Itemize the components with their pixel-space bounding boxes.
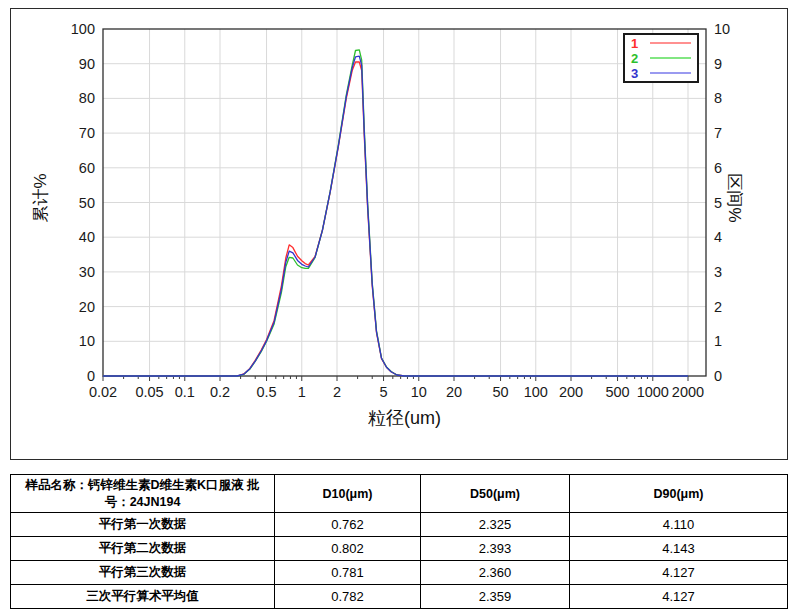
- right-y-tick-label: 10: [714, 21, 744, 37]
- right-axis-title: 区间%: [721, 161, 747, 235]
- left-axis-title: 累计%: [28, 161, 54, 235]
- x-tick-label: 2000: [664, 384, 712, 400]
- particle-size-chart: 0.020.050.10.20.512510205010020050010002…: [10, 8, 788, 460]
- left-y-tick-label: 0: [49, 368, 95, 384]
- x-tick-label: 0.02: [79, 384, 127, 400]
- x-tick-label: 200: [547, 384, 595, 400]
- left-y-tick-label: 80: [49, 90, 95, 106]
- legend-series2-label: 2: [631, 52, 641, 65]
- x-tick-label: 0.2: [196, 384, 244, 400]
- left-y-tick-label: 20: [49, 299, 95, 315]
- left-y-tick-label: 50: [49, 195, 95, 211]
- right-y-tick-label: 2: [714, 299, 744, 315]
- table-header-row: 样品名称：钙锌维生素D维生素K口服液 批号：24JN194 D10(μm) D5…: [11, 475, 788, 513]
- right-y-tick-label: 3: [714, 264, 744, 280]
- d90-header-cell: D90(μm): [570, 475, 788, 513]
- row-label: 平行第二次数据: [11, 537, 275, 561]
- d90-value: 4.110: [570, 513, 788, 537]
- right-y-tick-label: 9: [714, 56, 744, 72]
- table-row: 平行第三次数据 0.781 2.360 4.127: [11, 561, 788, 585]
- row-label: 三次平行算术平均值: [11, 585, 275, 609]
- right-y-tick-label: 7: [714, 125, 744, 141]
- table-row: 平行第二次数据 0.802 2.393 4.143: [11, 537, 788, 561]
- row-label: 平行第一次数据: [11, 513, 275, 537]
- d90-value: 4.143: [570, 537, 788, 561]
- d90-value: 4.127: [570, 585, 788, 609]
- d50-value: 2.360: [421, 561, 570, 585]
- legend-series1-label: 1: [631, 37, 641, 50]
- legend-series3-line-sample: [650, 72, 691, 74]
- right-y-tick-label: 0: [714, 368, 744, 384]
- d10-value: 0.802: [275, 537, 421, 561]
- table-row: 平行第一次数据 0.762 2.325 4.110: [11, 513, 788, 537]
- x-tick-label: 20: [430, 384, 478, 400]
- table-row: 三次平行算术平均值 0.782 2.359 4.127: [11, 585, 788, 609]
- left-y-tick-label: 100: [49, 21, 95, 37]
- right-y-tick-label: 8: [714, 90, 744, 106]
- d50-value: 2.325: [421, 513, 570, 537]
- d50-value: 2.359: [421, 585, 570, 609]
- d10-value: 0.762: [275, 513, 421, 537]
- left-y-tick-label: 60: [49, 160, 95, 176]
- left-y-tick-label: 40: [49, 229, 95, 245]
- d10-value: 0.782: [275, 585, 421, 609]
- legend-item-series1: 1: [625, 36, 697, 50]
- legend: 1 2 3: [623, 33, 699, 83]
- results-table: 样品名称：钙锌维生素D维生素K口服液 批号：24JN194 D10(μm) D5…: [10, 474, 788, 609]
- legend-series2-line-sample: [650, 57, 691, 59]
- legend-item-series3: 3: [625, 66, 697, 80]
- d50-header-cell: D50(μm): [421, 475, 570, 513]
- right-y-tick-label: 1: [714, 333, 744, 349]
- left-y-tick-label: 30: [49, 264, 95, 280]
- x-axis-title: 粒径(um): [103, 406, 706, 430]
- x-tick-label: 2: [313, 384, 361, 400]
- d90-value: 4.127: [570, 561, 788, 585]
- sample-name-header-cell: 样品名称：钙锌维生素D维生素K口服液 批号：24JN194: [11, 475, 275, 513]
- legend-item-series2: 2: [625, 51, 697, 65]
- d10-value: 0.781: [275, 561, 421, 585]
- left-y-tick-label: 10: [49, 333, 95, 349]
- left-y-tick-label: 70: [49, 125, 95, 141]
- left-y-tick-label: 90: [49, 56, 95, 72]
- report-page: 0.020.050.10.20.512510205010020050010002…: [0, 0, 795, 610]
- legend-series1-line-sample: [650, 42, 691, 44]
- legend-series3-label: 3: [631, 67, 641, 80]
- d50-value: 2.393: [421, 537, 570, 561]
- d10-header-cell: D10(μm): [275, 475, 421, 513]
- row-label: 平行第三次数据: [11, 561, 275, 585]
